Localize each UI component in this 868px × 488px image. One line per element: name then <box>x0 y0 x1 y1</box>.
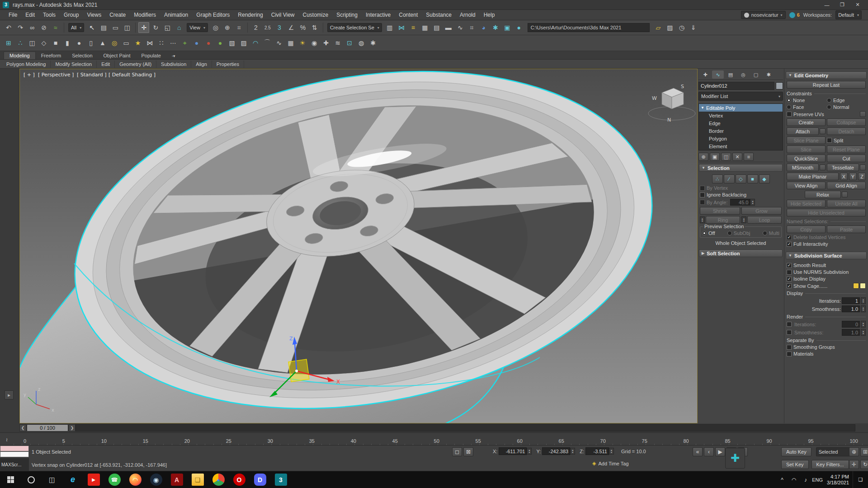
display-iterations-value[interactable]: 1 <box>842 297 860 304</box>
y-coord-value[interactable]: -242.383 <box>542 447 570 455</box>
menu-animation[interactable]: Animation <box>160 10 192 20</box>
hidden-icons-chevron[interactable]: ^ <box>776 471 788 488</box>
render-smoothness-checkbox[interactable] <box>787 330 792 335</box>
menu-views[interactable]: Views <box>83 10 105 20</box>
firefox-icon[interactable]: ◠ <box>125 471 146 488</box>
chrome-icon[interactable]: ● <box>208 471 229 488</box>
perspective-viewport[interactable]: X Z x y z W S N [ + ] [ Perspective ] [ … <box>19 69 698 423</box>
planar-x-button[interactable]: X <box>840 173 848 180</box>
angle-snap-toggle-icon[interactable]: ∠ <box>286 22 297 33</box>
time-slider-track[interactable] <box>75 424 855 432</box>
ignore-backfacing-checkbox[interactable] <box>700 192 705 197</box>
ribbon-panel-properties[interactable]: Properties <box>212 61 244 68</box>
environment-settings-icon[interactable]: ◍ <box>356 38 367 48</box>
menu-edit[interactable]: Edit <box>21 10 39 20</box>
render-smoothness-value[interactable]: 1.0 <box>842 329 860 336</box>
volume-icon[interactable]: ♪ <box>800 471 811 488</box>
cylinder-primitive-icon[interactable]: ▮ <box>62 38 73 48</box>
materials-checkbox[interactable] <box>787 352 792 357</box>
stack-subobject-item[interactable]: Border <box>699 127 783 135</box>
object-color-swatch[interactable] <box>776 82 783 89</box>
selected-vertex[interactable] <box>295 370 298 372</box>
notification-count[interactable]: 6 <box>797 12 800 18</box>
stack-subobject-item[interactable]: Element <box>699 142 783 150</box>
snap-to-grid-icon[interactable]: ⊞ <box>3 38 14 48</box>
ribbon-options-icon[interactable]: ◦▾ <box>166 53 181 59</box>
relax-button[interactable]: Relax <box>805 191 841 198</box>
viewport-config-icon[interactable]: ✱ <box>368 38 378 48</box>
full-interactivity-checkbox[interactable] <box>787 242 792 247</box>
expand-arrow-icon[interactable]: ▼ <box>701 106 704 110</box>
menu-interactive[interactable]: Interactive <box>362 10 395 20</box>
menu-rendering[interactable]: Rendering <box>234 10 267 20</box>
render-iterations-spinner[interactable]: ▲▼ <box>861 321 866 328</box>
frame-back-arrow[interactable]: ❮ <box>19 424 26 432</box>
save-scene-icon[interactable]: ⇓ <box>688 22 699 33</box>
z-coord-spinner[interactable]: ▲▼ <box>609 448 614 455</box>
msmooth-settings-icon[interactable] <box>820 164 826 170</box>
render-setup-icon[interactable]: ✱ <box>490 22 501 33</box>
create-key-button[interactable]: ✚ <box>725 448 745 469</box>
toggle-scene-explorer-icon[interactable]: ▦ <box>420 22 430 33</box>
use-pivot-point-center-icon[interactable]: ◎ <box>210 22 221 33</box>
toggle-layer-explorer-icon[interactable]: ▤ <box>431 22 442 33</box>
configure-modifier-sets-icon[interactable]: ≡ <box>744 153 754 161</box>
collapse-button[interactable]: Collapse <box>827 118 866 126</box>
project-path-field[interactable]: C:\Users\Artur\Documents\3ds Max 2021 <box>528 23 650 32</box>
slice-button[interactable]: Slice <box>787 145 826 153</box>
layout-tabs-arrow-icon[interactable]: ▸ <box>5 390 14 399</box>
select-and-move-icon[interactable]: ✛ <box>138 22 149 33</box>
constraint-none-radio[interactable] <box>787 98 791 103</box>
hide-selected-button[interactable]: Hide Selected <box>787 200 826 207</box>
hierarchy-tab-icon[interactable]: ▤ <box>725 70 736 79</box>
polygon-mode-icon[interactable]: ■ <box>747 174 758 183</box>
menu-group[interactable]: Group <box>60 10 83 20</box>
search-button[interactable] <box>21 471 42 488</box>
viewcube-south-label[interactable]: S <box>681 84 684 89</box>
y-coord-spinner[interactable]: ▲▼ <box>570 448 575 455</box>
menu-scripting[interactable]: Scripting <box>332 10 362 20</box>
select-by-name-icon[interactable]: ▤ <box>98 22 109 33</box>
repeat-last-button[interactable]: Repeat Last <box>787 81 866 89</box>
timeline-ticks[interactable]: 0510152025303540455055606570758085909510… <box>14 438 868 445</box>
planar-y-button[interactable]: Y <box>849 173 857 180</box>
viewport-menu-shading[interactable]: [ Default Shading ] <box>108 72 156 78</box>
reset-plane-button[interactable]: Reset Plane <box>827 145 866 153</box>
delete-isolated-vertices-checkbox[interactable] <box>787 235 792 240</box>
show-end-result-icon[interactable]: ▣ <box>710 153 720 161</box>
ribbon-tab-selection[interactable]: Selection <box>66 52 98 59</box>
menu-tools[interactable]: Tools <box>39 10 60 20</box>
subdivision-surface-rollout-header[interactable]: ▼ Subdivision Surface <box>786 252 867 259</box>
select-and-rotate-icon[interactable]: ↻ <box>150 22 161 33</box>
edit-geometry-rollout-header[interactable]: ▼ Edit Geometry <box>786 71 867 79</box>
twist-modifier-icon[interactable]: ∿ <box>274 38 284 48</box>
msmooth-button[interactable]: MSmooth <box>787 164 819 171</box>
stack-subobject-item[interactable]: Polygon <box>699 135 783 142</box>
ribbon-tab-populate[interactable]: Populate <box>136 52 166 59</box>
open-recent-icon[interactable]: ◷ <box>676 22 687 33</box>
torus-primitive-icon[interactable]: ◎ <box>109 38 120 48</box>
viewcube-west-label[interactable]: W <box>652 95 657 101</box>
whatsapp-icon[interactable]: ☎ <box>104 471 125 488</box>
keyboard-shortcut-override-icon[interactable]: ⌗ <box>234 22 245 33</box>
preview-off-radio[interactable] <box>702 231 707 235</box>
viewcube-north-label[interactable]: N <box>667 117 671 123</box>
asset-library-icon[interactable]: ▨ <box>665 22 675 33</box>
go-to-start-icon[interactable]: « <box>693 447 703 456</box>
loop-button[interactable]: Loop <box>747 216 782 224</box>
render-iterations-checkbox[interactable] <box>787 322 792 327</box>
smooth-modifier-icon[interactable]: ◠ <box>250 38 261 48</box>
undo-icon[interactable]: ↶ <box>3 22 14 33</box>
discord-icon[interactable]: D <box>250 471 270 488</box>
rectangular-selection-region-icon[interactable]: ▭ <box>110 22 121 33</box>
clock[interactable]: 4:17 PM 3/18/2021 <box>823 474 853 486</box>
uvw-map-icon[interactable]: ▧ <box>226 38 237 48</box>
tessellate-button[interactable]: Tessellate <box>827 164 859 171</box>
object-name-field[interactable]: Cylinder012 <box>698 82 774 90</box>
gizmo-plane-handle[interactable] <box>288 359 309 382</box>
wireframe-toggle-icon[interactable]: ◇ <box>38 38 49 48</box>
cage-color-swatch-2[interactable] <box>860 283 866 289</box>
ribbon-panel-geometry-all[interactable]: Geometry (All) <box>115 61 156 68</box>
cage-color-swatch-1[interactable] <box>853 283 859 289</box>
pan-view-icon[interactable]: ✛ <box>849 460 859 469</box>
